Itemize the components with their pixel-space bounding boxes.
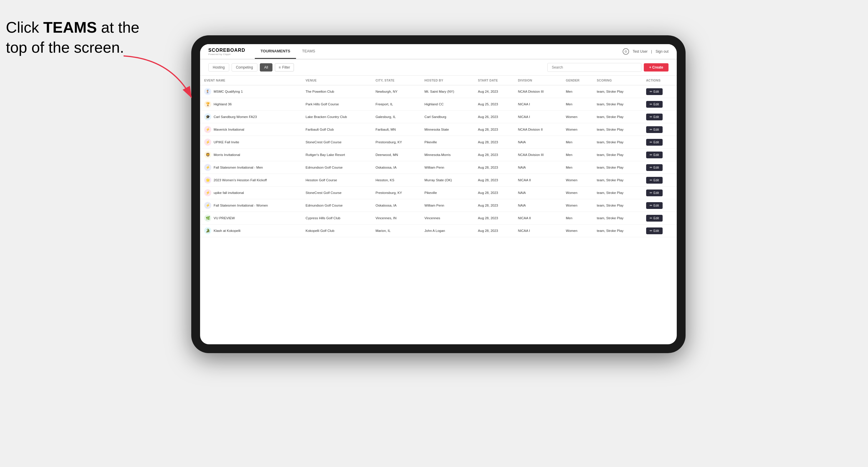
hosted-by: Vincennes	[421, 212, 474, 224]
edit-label: Edit	[653, 102, 659, 106]
event-name-cell: ⚡ Fall Statesmen Invitational - Men	[200, 161, 302, 174]
edit-icon: ✏	[650, 204, 652, 208]
venue: StoneCrest Golf Course	[302, 187, 372, 199]
gender: Women	[562, 174, 593, 187]
start-date: Aug 28, 2023	[474, 224, 514, 237]
start-date: Aug 25, 2023	[474, 98, 514, 111]
team-icon: 🌟	[204, 177, 211, 184]
gender: Women	[562, 111, 593, 123]
edit-label: Edit	[653, 229, 659, 232]
edit-button[interactable]: ✏ Edit	[646, 177, 662, 184]
hosted-by: Highland CC	[421, 98, 474, 111]
instruction-text: Click TEAMS at thetop of the screen.	[6, 18, 140, 57]
scoring: team, Stroke Play	[593, 174, 642, 187]
col-header-start-date: START DATE	[474, 75, 514, 85]
edit-label: Edit	[653, 141, 659, 144]
event-name-cell: 🏌️ MSMC Qualifying 1	[200, 85, 302, 98]
create-button[interactable]: + Create	[644, 63, 669, 71]
start-date: Aug 28, 2023	[474, 149, 514, 161]
division: NAIA	[514, 187, 562, 199]
event-name-cell: 🌟 2023 Women's Hesston Fall Kickoff	[200, 174, 302, 187]
edit-label: Edit	[653, 216, 659, 220]
hosted-by: Carl Sandburg	[421, 111, 474, 123]
edit-button[interactable]: ✏ Edit	[646, 202, 662, 209]
col-header-event-name: EVENT NAME	[200, 75, 302, 85]
filter-competing-button[interactable]: Competing	[231, 63, 257, 71]
col-header-hosted-by: HOSTED BY	[421, 75, 474, 85]
division: NICAA II	[514, 174, 562, 187]
edit-icon: ✏	[650, 166, 652, 169]
actions-cell: ✏ Edit	[642, 98, 677, 111]
gender: Men	[562, 212, 593, 224]
logo-text: SCOREBOARD	[208, 48, 245, 53]
edit-icon: ✏	[650, 229, 652, 233]
tab-tournaments[interactable]: TOURNAMENTS	[255, 44, 296, 59]
hosted-by: Pikeville	[421, 187, 474, 199]
edit-label: Edit	[653, 128, 659, 131]
filter-hosting-button[interactable]: Hosting	[208, 63, 229, 71]
event-name-cell: ⚡ UPIKE Fall Invite	[200, 136, 302, 149]
edit-button[interactable]: ✏ Edit	[646, 215, 662, 222]
scoring: team, Stroke Play	[593, 199, 642, 212]
event-name-text: UPIKE Fall Invite	[214, 141, 239, 144]
hosted-by: Murray State (OK)	[421, 174, 474, 187]
edit-button[interactable]: ✏ Edit	[646, 189, 662, 196]
hosted-by: Pikeville	[421, 136, 474, 149]
event-name-cell: ⚡ Fall Statesmen Invitational - Women	[200, 199, 302, 212]
venue: StoneCrest Golf Course	[302, 136, 372, 149]
event-name-cell: 🦁 Morris Invitational	[200, 149, 302, 161]
edit-button[interactable]: ✏ Edit	[646, 139, 662, 146]
division: NCAA Division II	[514, 123, 562, 136]
edit-button[interactable]: ✏ Edit	[646, 101, 662, 108]
actions-cell: ✏ Edit	[642, 136, 677, 149]
scoring: team, Stroke Play	[593, 98, 642, 111]
edit-icon: ✏	[650, 90, 652, 94]
event-name-text: Fall Statesmen Invitational - Women	[214, 204, 268, 207]
event-name-text: MSMC Qualifying 1	[214, 90, 243, 93]
edit-icon: ✏	[650, 178, 652, 182]
hosted-by: Mt. Saint Mary (NY)	[421, 85, 474, 98]
venue: Lake Bracken Country Club	[302, 111, 372, 123]
city-state: Marion, IL	[371, 224, 420, 237]
tournaments-table: EVENT NAMEVENUECITY, STATEHOSTED BYSTART…	[200, 75, 677, 237]
edit-button[interactable]: ✏ Edit	[646, 126, 662, 133]
actions-cell: ✏ Edit	[642, 161, 677, 174]
team-icon: ⚡	[204, 164, 211, 171]
division: NICAA I	[514, 224, 562, 237]
tab-teams[interactable]: TEAMS	[296, 44, 321, 59]
edit-button[interactable]: ✏ Edit	[646, 152, 662, 158]
event-name-text: Maverick Invitational	[214, 128, 244, 131]
gender: Men	[562, 136, 593, 149]
edit-button[interactable]: ✏ Edit	[646, 227, 662, 234]
gender: Men	[562, 98, 593, 111]
division: NICAA I	[514, 111, 562, 123]
edit-button[interactable]: ✏ Edit	[646, 88, 662, 95]
venue: Cypress Hills Golf Club	[302, 212, 372, 224]
settings-icon[interactable]: ⚙	[623, 48, 629, 55]
search-input[interactable]	[547, 63, 642, 72]
edit-button[interactable]: ✏ Edit	[646, 114, 662, 120]
user-label: Test User	[632, 50, 648, 54]
edit-label: Edit	[653, 166, 659, 169]
venue: Ruttger's Bay Lake Resort	[302, 149, 372, 161]
city-state: Prestonsburg, KY	[371, 136, 420, 149]
actions-cell: ✏ Edit	[642, 187, 677, 199]
scoring: team, Stroke Play	[593, 111, 642, 123]
edit-label: Edit	[653, 204, 659, 207]
nav-tabs: TOURNAMENTS TEAMS	[255, 44, 321, 59]
col-header-scoring: SCORING	[593, 75, 642, 85]
event-name-cell: ⚡ upike fall invitational	[200, 187, 302, 199]
actions-cell: ✏ Edit	[642, 224, 677, 237]
team-icon: ⚡	[204, 138, 211, 146]
edit-button[interactable]: ✏ Edit	[646, 164, 662, 171]
edit-icon: ✏	[650, 141, 652, 144]
table-row: ⚡ Fall Statesmen Invitational - Men Edmu…	[200, 161, 677, 174]
team-icon: ⚡	[204, 126, 211, 133]
city-state: Vincennes, IN	[371, 212, 420, 224]
filter-button[interactable]: ≡ Filter	[275, 63, 294, 71]
gender: Women	[562, 224, 593, 237]
event-name-text: upike fall invitational	[214, 191, 244, 194]
venue: Park Hills Golf Course	[302, 98, 372, 111]
signout-link[interactable]: Sign out	[656, 50, 669, 54]
filter-all-button[interactable]: All	[260, 63, 273, 71]
